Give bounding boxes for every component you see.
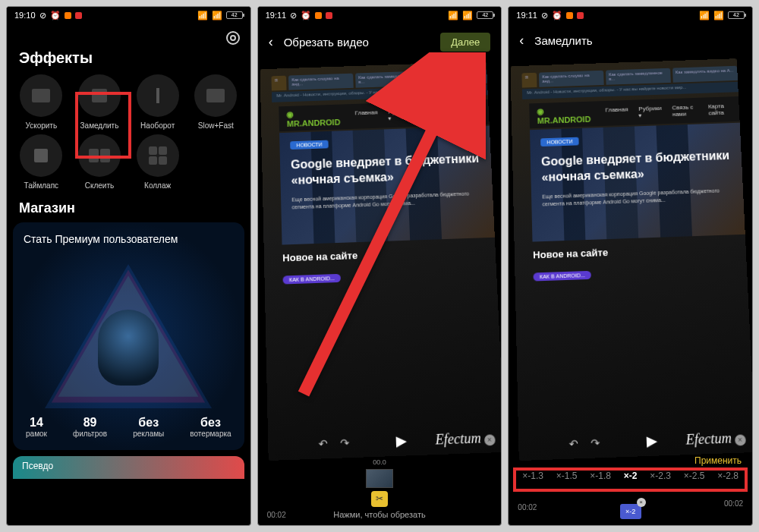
dnd-icon: ⊘ — [541, 11, 548, 20]
timeline-marker[interactable]: ×-2 × — [620, 504, 641, 519]
effect-speedup[interactable]: Ускорить — [14, 74, 68, 130]
signal-icon: 📶 — [699, 11, 710, 20]
premium-title: Стать Премиум пользователем — [24, 233, 178, 245]
hero-block: НОВОСТИ Google внедряет в бюджетники «но… — [279, 126, 494, 245]
premium-image — [98, 310, 159, 386]
speed-4-selected[interactable]: ×-2 — [624, 471, 638, 481]
marker-close-icon[interactable]: × — [637, 498, 646, 507]
new-section: Новое на сайте КАК В ANDROID... — [533, 242, 747, 282]
browser-tab-1: Как сделать слоумо на анд... — [539, 71, 604, 87]
signal-icon: 📶 — [448, 11, 458, 20]
speed-3[interactable]: ×-1.8 — [590, 471, 611, 481]
trim-panel: 00.0 ✂ Нажми, чтобы обрезать 00:02 — [258, 452, 502, 525]
screen-slowdown: 19:11 ⊘ ⏰ 📶 📶 42 ‹ Замедлить Я Как сдела… — [508, 6, 753, 526]
undo-icon[interactable]: ↶ — [318, 437, 328, 450]
status-bar: 19:11 ⊘ ⏰ 📶 📶 42 — [509, 7, 752, 24]
alarm-icon: ⏰ — [552, 11, 562, 20]
browser-tab-2: Как сделать замедленное в... — [355, 71, 420, 88]
speed-panel: Применить ×-1.3 ×-1.5 ×-1.8 ×-2 ×-2.3 ×-… — [509, 452, 752, 525]
browser-tab-ya: Я — [522, 73, 537, 88]
video-preview[interactable]: Я Как сделать слоумо на анд... Как сдела… — [260, 61, 502, 461]
browser-tab-3: Как замедлить видео на А... — [422, 69, 487, 86]
browser-tab-2: Как сделать замедленное в... — [606, 68, 671, 85]
app-icon-2 — [577, 12, 584, 19]
clock: 19:10 — [14, 11, 36, 20]
shop-title: Магазин — [7, 190, 250, 222]
dnd-icon: ⊘ — [290, 11, 297, 20]
browser-tab-ya: Я — [271, 76, 286, 91]
timecode-right: 00:02 — [724, 499, 743, 508]
back-icon[interactable]: ‹ — [519, 33, 524, 49]
hero-badge: НОВОСТИ — [541, 137, 579, 146]
speed-2[interactable]: ×-1.5 — [556, 471, 578, 481]
next-button[interactable]: Далее — [440, 33, 490, 52]
screen-title: Замедлить — [534, 34, 592, 47]
app-icon-1 — [566, 12, 573, 19]
speed-5[interactable]: ×-2.3 — [650, 471, 671, 481]
wifi-icon: 📶 — [462, 11, 473, 20]
watermark: Efectum× — [435, 430, 495, 449]
cut-button[interactable]: ✂ — [371, 491, 388, 507]
screen-trim: 19:11 ⊘ ⏰ 📶 📶 42 ‹ Обрезать видео Далее … — [257, 6, 502, 526]
timecode-left: 00:02 — [267, 511, 286, 519]
speed-7[interactable]: ×-2.8 — [717, 471, 739, 481]
effect-merge[interactable]: Склеить — [73, 134, 127, 190]
premium-stats: 14рамок 89фильтров безрекламы безвотерма… — [13, 416, 244, 438]
alarm-icon: ⏰ — [301, 11, 311, 20]
effect-slowfast[interactable]: Slow+Fast — [189, 74, 243, 130]
signal-icon: 📶 — [197, 11, 208, 20]
timecode-top: 00.0 — [373, 458, 386, 466]
screen-title: Обрезать видео — [284, 36, 369, 49]
apply-button[interactable]: Применить — [694, 455, 742, 466]
wifi-icon: 📶 — [212, 11, 222, 20]
watermark-close-icon[interactable]: × — [735, 434, 746, 445]
watermark-close-icon[interactable]: × — [483, 434, 495, 445]
clock: 19:11 — [516, 11, 537, 20]
alarm-icon: ⏰ — [50, 11, 61, 20]
screen-effects: 19:10 ⊘ ⏰ 📶 📶 42 Эффекты Ускорить Замедл… — [6, 6, 251, 526]
battery-icon: 42 — [226, 11, 243, 19]
browser-tab-1: Как сделать слоумо на анд... — [288, 74, 354, 90]
site-logo: MR.ANDROID — [286, 108, 340, 128]
video-preview[interactable]: Я Как сделать слоумо на анд... Как сдела… — [511, 58, 753, 461]
clock: 19:11 — [266, 11, 287, 20]
top-bar: ‹ Замедлить — [509, 24, 752, 58]
status-bar: 19:10 ⊘ ⏰ 📶 📶 42 — [7, 7, 250, 24]
wifi-icon: 📶 — [713, 11, 724, 20]
hero-badge: НОВОСТИ — [290, 140, 328, 150]
hero-block: НОВОСТИ Google внедряет в бюджетники «но… — [531, 123, 745, 242]
top-bar: ‹ Обрезать видео Далее — [258, 24, 502, 61]
timeline[interactable]: 00:02 00:02 ×-2 × — [518, 499, 743, 519]
effect-collage[interactable]: Коллаж — [131, 134, 184, 190]
battery-icon: 42 — [728, 11, 745, 19]
speed-1[interactable]: ×-1.3 — [522, 471, 543, 481]
timeline-thumb[interactable] — [366, 469, 393, 488]
effects-title: Эффекты — [7, 48, 250, 74]
dnd-icon: ⊘ — [39, 11, 46, 20]
gear-icon[interactable] — [226, 31, 240, 45]
play-icon[interactable]: ▶ — [395, 432, 407, 449]
effect-reverse[interactable]: Наоборот — [131, 74, 184, 130]
app-icon-1 — [315, 12, 322, 19]
effects-grid: Ускорить Замедлить Наоборот Slow+Fast Та… — [7, 74, 250, 190]
app-icon-1 — [65, 12, 71, 19]
timecode-left: 00:02 — [518, 503, 537, 512]
status-bar: 19:11 ⊘ ⏰ 📶 📶 42 — [258, 7, 502, 24]
speed-6[interactable]: ×-2.5 — [684, 471, 705, 481]
redo-icon[interactable]: ↷ — [340, 436, 350, 449]
effect-timelapse[interactable]: Таймлапс — [14, 134, 68, 190]
trim-hint: Нажми, чтобы обрезать — [333, 510, 425, 519]
browser-tab-3: Как замедлить видео на А... — [672, 66, 738, 83]
premium-card[interactable]: Стать Премиум пользователем 14рамок 89фи… — [13, 222, 244, 450]
app-icon-2 — [326, 12, 332, 19]
play-icon[interactable]: ▶ — [647, 432, 658, 449]
pseudo-card[interactable]: Псевдо — [13, 456, 244, 479]
back-icon[interactable]: ‹ — [269, 34, 273, 50]
site-logo: MR.ANDROID — [537, 105, 591, 125]
effect-slowdown[interactable]: Замедлить — [73, 74, 127, 130]
watermark: Efectum× — [686, 430, 746, 449]
app-icon-2 — [75, 12, 82, 19]
battery-icon: 42 — [477, 11, 493, 19]
redo-icon[interactable]: ↷ — [591, 436, 601, 449]
undo-icon[interactable]: ↶ — [569, 437, 579, 450]
